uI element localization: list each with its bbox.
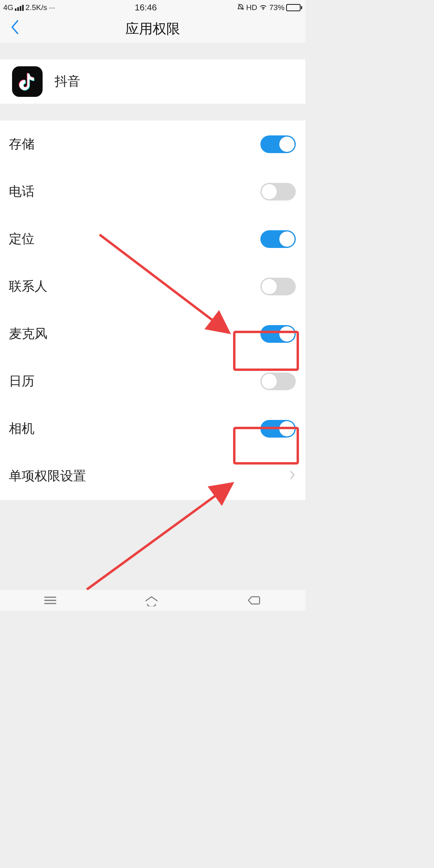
toggle-location[interactable]: [260, 230, 296, 248]
perm-label: 存储: [9, 135, 35, 153]
network-speed: 2.5K/s: [25, 3, 47, 12]
toggle-calendar[interactable]: [260, 373, 296, 390]
perm-location: 定位: [0, 215, 305, 263]
hd-label: HD: [246, 3, 257, 12]
nav-back-button[interactable]: [246, 595, 262, 606]
app-header-row: 抖音: [0, 59, 305, 104]
douyin-icon: [12, 66, 43, 97]
toggle-storage[interactable]: [260, 135, 296, 153]
signal-icon: [15, 5, 24, 11]
battery-percent: 73%: [269, 3, 285, 12]
perm-phone: 电话: [0, 168, 305, 215]
perm-label: 相机: [9, 420, 35, 438]
perm-label: 联系人: [9, 278, 47, 295]
perm-contacts: 联系人: [0, 263, 305, 310]
dnd-icon: [237, 3, 245, 13]
perm-advanced-label: 单项权限设置: [9, 467, 86, 485]
more-dots: ···: [49, 3, 55, 12]
perm-label: 麦克风: [9, 325, 47, 343]
battery-icon: [286, 4, 302, 11]
permission-list: 存储 电话 定位 联系人 麦克风 日历 相机 单项权限设置: [0, 121, 305, 500]
chevron-right-icon: [289, 471, 296, 482]
nav-home-button[interactable]: [143, 594, 160, 606]
title-bar: 应用权限: [0, 15, 305, 43]
status-bar: 4G 2.5K/s ··· 16:46 HD 73%: [0, 0, 305, 15]
clock: 16:46: [135, 2, 157, 13]
toggle-phone[interactable]: [260, 183, 296, 201]
system-nav-bar: [0, 590, 305, 611]
perm-label: 日历: [9, 373, 35, 390]
perm-label: 电话: [9, 183, 35, 201]
app-name: 抖音: [55, 73, 80, 90]
perm-storage: 存储: [0, 121, 305, 168]
perm-calendar: 日历: [0, 358, 305, 405]
perm-advanced[interactable]: 单项权限设置: [0, 452, 305, 500]
network-type: 4G: [3, 3, 13, 12]
perm-microphone: 麦克风: [0, 310, 305, 358]
toggle-microphone[interactable]: [260, 325, 296, 343]
perm-camera: 相机: [0, 405, 305, 452]
nav-recents-button[interactable]: [43, 595, 57, 606]
toggle-contacts[interactable]: [260, 278, 296, 295]
toggle-camera[interactable]: [260, 420, 296, 438]
back-button[interactable]: [8, 20, 22, 39]
perm-label: 定位: [9, 230, 35, 248]
wifi-icon: [259, 3, 268, 12]
page-title: 应用权限: [125, 20, 180, 38]
